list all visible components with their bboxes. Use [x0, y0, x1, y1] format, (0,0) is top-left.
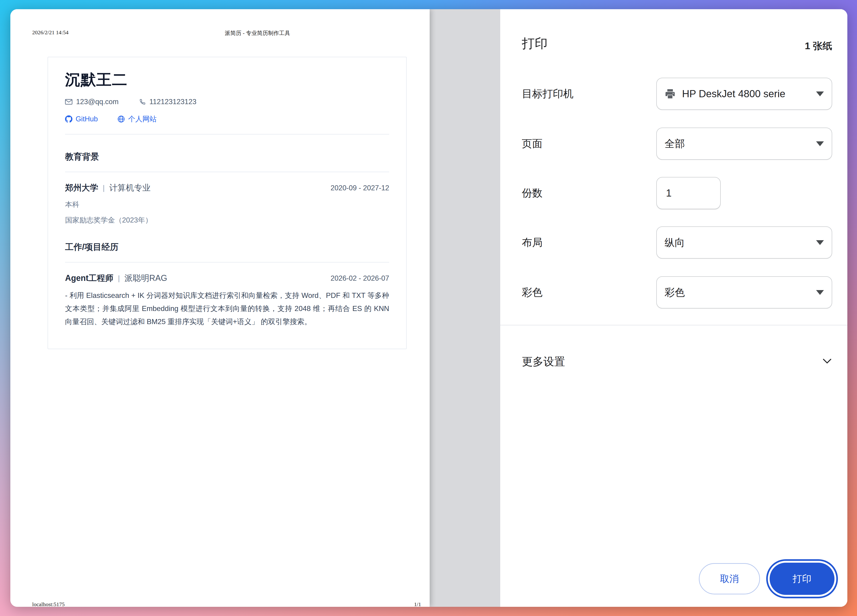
dialog-title: 打印	[522, 35, 548, 53]
layout-label: 布局	[522, 235, 656, 249]
color-row: 彩色 彩色	[522, 276, 832, 308]
sheet-count: 1 张纸	[805, 40, 832, 53]
education-degree: 本科	[65, 200, 389, 209]
settings-divider	[500, 325, 847, 325]
experience-date: 2026-02 - 2026-07	[331, 274, 389, 282]
color-select[interactable]: 彩色	[656, 276, 832, 308]
destination-select[interactable]: HP DeskJet 4800 serie	[656, 78, 832, 110]
website-link: 个人网站	[118, 114, 156, 124]
experience-description: - 利用 Elasticsearch + IK 分词器对知识库文档进行索引和向量…	[65, 289, 389, 328]
destination-row: 目标打印机 HP DeskJet 4800 serie	[522, 78, 832, 110]
copies-row: 份数	[522, 177, 832, 209]
resume-contacts: 123@qq.com 112123123123	[65, 98, 389, 106]
resume-email: 123@qq.com	[65, 98, 119, 106]
preview-page: 2026/2/21 14:54 派简历 - 专业简历制作工具 沉默王二 123@…	[10, 9, 430, 607]
resume-name: 沉默王二	[65, 71, 389, 88]
section-title-education: 教育背景	[65, 151, 389, 172]
panel-title-row: 打印 1 张纸	[522, 35, 832, 53]
education-org: 郑州大学	[65, 182, 98, 193]
print-button[interactable]: 打印	[770, 563, 834, 595]
color-value: 彩色	[665, 286, 685, 299]
layout-select[interactable]: 纵向	[656, 226, 832, 258]
separator: |	[103, 184, 105, 192]
header-divider	[65, 134, 389, 135]
caret-down-icon	[816, 290, 824, 295]
pages-row: 页面 全部	[522, 128, 832, 160]
phone-text: 112123123123	[149, 98, 196, 106]
education-award: 国家励志奖学金（2023年）	[65, 215, 389, 225]
layout-row: 布局 纵向	[522, 226, 832, 258]
experience-entry-row: Agent工程师 | 派聪明RAG 2026-02 - 2026-07	[65, 272, 389, 284]
more-settings-toggle[interactable]: 更多设置	[522, 349, 832, 374]
caret-down-icon	[816, 91, 824, 96]
print-footer-url: localhost:5175	[32, 601, 65, 607]
resume-links: GitHub 个人网站	[65, 114, 389, 124]
caret-down-icon	[816, 141, 824, 146]
layout-value: 纵向	[665, 236, 685, 249]
github-icon	[65, 115, 73, 123]
copies-label: 份数	[522, 186, 656, 200]
cancel-button[interactable]: 取消	[699, 563, 760, 594]
pages-select[interactable]: 全部	[656, 128, 832, 160]
pages-label: 页面	[522, 137, 656, 150]
phone-icon	[139, 99, 146, 105]
separator: |	[118, 274, 120, 282]
experience-role: Agent工程师	[65, 272, 113, 284]
destination-label: 目标打印机	[522, 87, 656, 101]
chevron-down-icon	[822, 358, 832, 365]
globe-icon	[118, 115, 125, 123]
dialog-buttons: 取消 打印	[699, 563, 838, 595]
email-text: 123@qq.com	[76, 98, 119, 106]
print-header-title: 派简历 - 专业简历制作工具	[225, 29, 290, 37]
print-settings-panel: 打印 1 张纸 目标打印机 HP DeskJet 4800 serie 页面 全…	[500, 9, 847, 607]
copies-input[interactable]	[656, 177, 721, 209]
color-label: 彩色	[522, 285, 656, 299]
print-header-date: 2026/2/21 14:54	[32, 29, 68, 36]
resume-phone: 112123123123	[139, 98, 196, 106]
section-title-experience: 工作/项目经历	[65, 241, 389, 263]
resume-card: 沉默王二 123@qq.com 112123123123	[48, 57, 407, 349]
print-preview-area: 2026/2/21 14:54 派简历 - 专业简历制作工具 沉默王二 123@…	[10, 9, 500, 607]
github-link-label: GitHub	[76, 115, 98, 123]
envelope-icon	[65, 99, 73, 105]
printer-icon	[665, 88, 676, 99]
pages-value: 全部	[665, 137, 685, 150]
education-major: 计算机专业	[109, 182, 150, 193]
print-footer-page-number: 1/1	[414, 601, 421, 607]
caret-down-icon	[816, 240, 824, 245]
experience-project: 派聪明RAG	[124, 272, 167, 284]
more-settings-label: 更多设置	[522, 354, 565, 369]
website-link-label: 个人网站	[128, 114, 156, 124]
education-date: 2020-09 - 2027-12	[331, 184, 389, 192]
print-dialog-window: 2026/2/21 14:54 派简历 - 专业简历制作工具 沉默王二 123@…	[10, 9, 847, 607]
github-link: GitHub	[65, 115, 98, 123]
destination-value: HP DeskJet 4800 serie	[682, 88, 785, 99]
education-entry-row: 郑州大学 | 计算机专业 2020-09 - 2027-12	[65, 182, 389, 193]
